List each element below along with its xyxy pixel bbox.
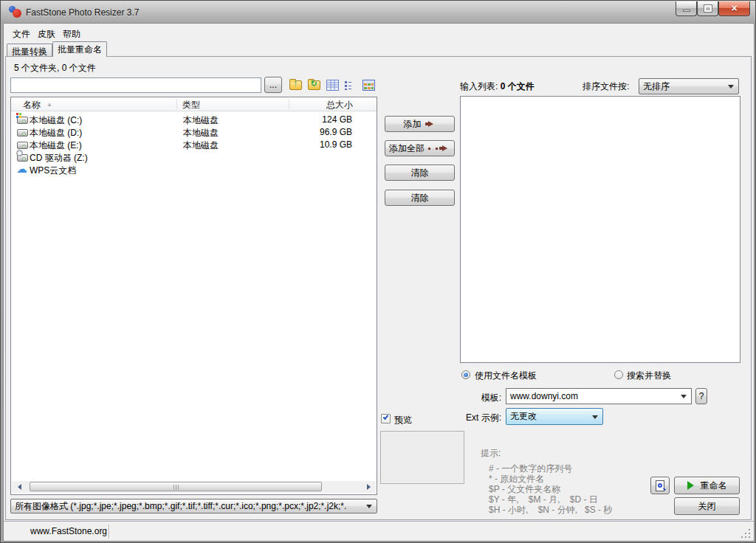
template-label: 模板: [458,392,501,404]
tab-batch-rename[interactable]: 批量重命名 [52,41,107,57]
column-separator [289,99,289,109]
check-icon [383,414,389,420]
folder-row-drive-e[interactable]: 本地磁盘 (E:) 本地磁盘 10.9 GB [12,139,376,151]
chevron-down-icon [681,395,687,401]
ext-label: Ext 示例: [451,412,501,424]
close-dialog-button[interactable]: 关闭 [674,497,740,515]
clear-button[interactable]: 清除 [385,165,455,181]
minimize-button[interactable] [676,1,697,16]
resize-grip[interactable] [741,528,751,538]
preview-checkbox[interactable] [381,414,391,423]
folder-row-drive-c[interactable]: 本地磁盘 (C:) 本地磁盘 124 GB [12,114,376,126]
folder-list-header: 名称▲ 类型 总大小 [11,97,377,111]
scroll-left-icon[interactable] [12,481,24,493]
template-help-button[interactable]: ? [695,388,707,404]
status-divider [109,525,109,539]
drive-icon [17,140,29,150]
folder-list: 名称▲ 类型 总大小 本地磁盘 (C:) 本地磁盘 124 GB 本地磁盘 (D… [10,97,377,495]
hint-line: $H - 小时, $N - 分钟, $S - 秒 [489,504,612,516]
search-replace-label: 搜索并替换 [627,370,671,382]
system-drive-icon [17,115,29,125]
folder-path-input[interactable] [10,77,261,93]
preview-rename-button[interactable] [650,477,670,494]
clear-all-button[interactable]: 清除 [385,190,455,206]
preview-thumbnail-box [380,431,464,484]
column-header-size[interactable]: 总大小 [326,99,353,111]
scroll-right-icon[interactable] [364,481,376,493]
tab-batch-convert[interactable]: 批量转换 [7,44,52,56]
horizontal-scrollbar[interactable] [12,481,376,493]
app-window: FastStone Photo Resizer 3.7 × 文件 皮肤 帮助 批… [0,0,756,543]
add-all-button[interactable]: 添加全部 [385,140,455,156]
chevron-down-icon [592,415,598,422]
drive-icon [17,128,29,137]
sort-by-label: 排序文件按: [583,80,629,93]
chevron-down-icon [728,85,734,91]
use-template-radio[interactable] [461,370,470,379]
folder-row-drive-d[interactable]: 本地磁盘 (D:) 本地磁盘 96.9 GB [12,126,376,139]
column-separator [176,99,177,109]
window-title: FastStone Photo Resizer 3.7 [26,7,139,18]
format-filter-select[interactable]: 所有图像格式 (*.jpg;*.jpe;*.jpeg;*.bmp;*.gif;*… [10,499,377,513]
menu-skin[interactable]: 皮肤 [33,27,60,41]
close-icon: × [731,2,737,14]
folder-up-icon[interactable]: ↑ [287,77,303,93]
browse-button[interactable]: ... [264,77,282,93]
folder-row-wps-cloud[interactable]: ☁ WPS云文档 [12,164,376,176]
column-header-type[interactable]: 类型 [182,99,200,111]
thumbnails-view-icon[interactable] [360,77,377,93]
menu-help[interactable]: 帮助 [58,27,85,41]
app-icon [9,5,22,18]
rename-button[interactable]: 重命名 [674,477,740,494]
ext-combobox[interactable]: 无更改 [506,408,603,425]
maximize-icon [704,5,712,12]
sort-by-select[interactable]: 无排序 [639,78,739,94]
minimize-icon [683,10,690,12]
status-link[interactable]: www.FastStone.org [30,526,107,536]
status-bar: www.FastStone.org [4,521,754,541]
arrow-right-icon [428,121,436,127]
refresh-icon[interactable]: ↻ [306,77,322,93]
template-combobox[interactable]: www.downyi.com [506,388,692,404]
add-button[interactable]: 添加 [385,116,455,132]
list-view-icon[interactable] [342,77,358,93]
column-header-name[interactable]: 名称▲ [23,99,52,111]
preview-magnifier-icon [656,480,664,491]
folder-summary: 5 个文件夹, 0 个文件 [14,62,96,75]
arrow-right-icon [442,145,450,151]
search-replace-radio[interactable] [614,370,623,379]
use-template-label: 使用文件名模板 [475,370,537,382]
close-button[interactable]: × [718,1,750,16]
cloud-icon: ☁ [17,165,29,175]
preview-label: 预览 [394,414,412,426]
details-view-icon[interactable] [324,77,340,93]
input-list-label: 输入列表: 0 个文件 [460,80,535,93]
play-icon [687,481,698,490]
hint-title: 提示: [481,447,501,460]
folder-row-cd-z[interactable]: CD 驱动器 (Z:) [12,151,376,164]
maximize-button[interactable] [697,1,718,16]
chevron-down-icon [366,505,372,511]
sort-asc-icon: ▲ [47,101,52,108]
input-file-list[interactable] [460,96,740,363]
menu-file[interactable]: 文件 [8,27,35,41]
scrollbar-thumb[interactable] [30,482,322,491]
cd-drive-icon [17,153,29,162]
